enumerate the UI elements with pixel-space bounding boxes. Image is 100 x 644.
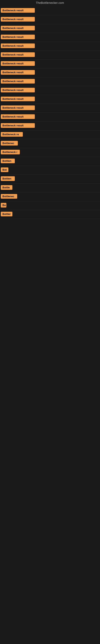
bottleneck-badge-7[interactable]: Bottleneck result — [1, 61, 35, 66]
bottleneck-badge-22[interactable]: Bottlenec — [1, 194, 17, 199]
bottleneck-badge-20[interactable]: Bottlen — [1, 176, 15, 181]
bottleneck-badge-11[interactable]: Bottleneck result — [1, 96, 35, 101]
site-header: TheBottlenecker.com — [0, 0, 100, 6]
result-row-2: Bottleneck result — [0, 15, 100, 24]
result-row-1: Bottleneck result — [0, 6, 100, 15]
result-row-12: Bottleneck result — [0, 104, 100, 113]
bottleneck-badge-16[interactable]: Bottlenec — [1, 141, 18, 146]
result-row-9: Bottleneck result — [0, 77, 100, 86]
bottleneck-badge-13[interactable]: Bottleneck result — [1, 114, 35, 119]
bottleneck-badge-10[interactable]: Bottleneck result — [1, 88, 35, 92]
result-row-13: Bottleneck result — [0, 113, 100, 122]
bottleneck-badge-12[interactable]: Bottleneck result — [1, 106, 35, 110]
result-row-10: Bottleneck result — [0, 86, 100, 95]
result-row-15: Bottleneck re — [0, 130, 100, 139]
bottleneck-badge-9[interactable]: Bottleneck result — [1, 79, 35, 84]
results-list: Bottleneck resultBottleneck resultBottle… — [0, 6, 100, 219]
result-row-4: Bottleneck result — [0, 33, 100, 42]
result-row-21: Bottle — [0, 184, 100, 192]
bottleneck-badge-19[interactable]: Bot — [1, 168, 8, 172]
result-row-11: Bottleneck result — [0, 95, 100, 104]
bottleneck-badge-15[interactable]: Bottleneck re — [1, 132, 23, 137]
bottleneck-badge-4[interactable]: Bottleneck result — [1, 34, 35, 39]
result-row-14: Bottleneck result — [0, 122, 100, 130]
bottleneck-badge-5[interactable]: Bottleneck result — [1, 44, 35, 48]
bottleneck-badge-24[interactable]: Bottler — [1, 212, 12, 216]
result-row-18: Bottlen — [0, 157, 100, 166]
result-row-16: Bottlenec — [0, 139, 100, 148]
bottleneck-badge-8[interactable]: Bottleneck result — [1, 70, 35, 75]
bottleneck-badge-6[interactable]: Bottleneck result — [1, 52, 35, 57]
result-row-7: Bottleneck result — [0, 60, 100, 68]
result-row-5: Bottleneck result — [0, 42, 100, 51]
result-row-3: Bottleneck result — [0, 24, 100, 33]
result-row-19: Bot — [0, 166, 100, 175]
result-row-17: Bottleneck r — [0, 148, 100, 157]
bottleneck-badge-21[interactable]: Bottle — [1, 185, 12, 190]
bottleneck-badge-17[interactable]: Bottleneck r — [1, 150, 20, 154]
bottleneck-badge-18[interactable]: Bottlen — [1, 158, 15, 163]
result-row-22: Bottlenec — [0, 192, 100, 201]
result-row-23: Bo — [0, 201, 100, 210]
result-row-24: Bottler — [0, 210, 100, 219]
bottleneck-badge-23[interactable]: Bo — [1, 203, 6, 208]
site-title: TheBottlenecker.com — [36, 1, 64, 4]
bottleneck-badge-2[interactable]: Bottleneck result — [1, 17, 35, 22]
result-row-20: Bottlen — [0, 175, 100, 184]
bottleneck-badge-1[interactable]: Bottleneck result — [1, 8, 35, 13]
bottleneck-badge-3[interactable]: Bottleneck result — [1, 26, 35, 30]
result-row-8: Bottleneck result — [0, 68, 100, 77]
result-row-6: Bottleneck result — [0, 51, 100, 60]
bottleneck-badge-14[interactable]: Bottleneck result — [1, 123, 35, 128]
